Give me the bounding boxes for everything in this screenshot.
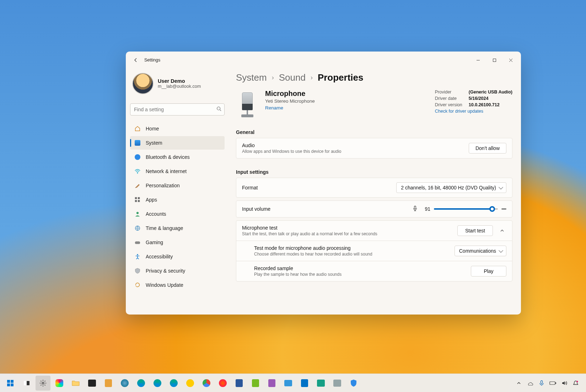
start-test-button[interactable]: Start test	[457, 225, 493, 236]
microphone-small-icon	[412, 205, 418, 213]
volume-card: Input volume 91	[236, 200, 512, 218]
crumb-properties: Properties	[318, 72, 364, 83]
svg-rect-7	[135, 200, 137, 202]
nav-system[interactable]: System	[130, 136, 225, 150]
system-icon	[134, 140, 141, 146]
collapse-chevron[interactable]	[498, 226, 506, 235]
crumb-sound[interactable]: Sound	[279, 72, 306, 83]
nav-accessibility[interactable]: Accessibility	[130, 250, 225, 263]
search-input[interactable]	[134, 107, 216, 112]
nav-gaming[interactable]: Gaming	[130, 236, 225, 249]
nav-privacy[interactable]: Privacy & security	[130, 264, 225, 278]
mic-test-label: Microphone test	[242, 225, 452, 231]
format-select[interactable]: 2 channels, 16 bit, 48000 Hz (DVD Qualit…	[396, 182, 506, 193]
profile-block[interactable]: User Demo m__lab@outlook.com	[130, 71, 225, 98]
outlook-icon[interactable]	[297, 376, 312, 391]
main-pane: System › Sound › Properties Microphone Y…	[229, 69, 521, 315]
format-card: Format 2 channels, 16 bit, 48000 Hz (DVD…	[236, 178, 512, 198]
test-mode-value: Communications	[459, 248, 496, 254]
battery-icon[interactable]	[548, 377, 558, 389]
home-icon	[134, 125, 141, 132]
nav-label: Time & language	[146, 225, 183, 231]
app-icon-6[interactable]	[313, 376, 328, 391]
svg-rect-19	[24, 381, 27, 385]
titlebar: Settings	[126, 52, 521, 69]
tray-chevron-icon[interactable]	[514, 377, 523, 389]
app-icon-5[interactable]	[281, 376, 296, 391]
terminal-icon[interactable]	[85, 376, 100, 391]
app-icon-3[interactable]	[248, 376, 263, 391]
app-icon-4[interactable]	[264, 376, 279, 391]
svg-point-4	[137, 173, 138, 174]
section-general: General	[236, 129, 512, 135]
nav-network[interactable]: Network & internet	[130, 165, 225, 178]
nav-accounts[interactable]: Accounts	[130, 207, 225, 221]
nav-label: Accessibility	[146, 254, 173, 259]
settings-window: Settings User Demo m__lab@outlook.com	[126, 52, 521, 315]
nav-update[interactable]: Windows Update	[130, 278, 225, 292]
chevron-right-icon: ›	[311, 74, 313, 81]
volume-label: Input volume	[242, 206, 407, 212]
device-title: Microphone	[265, 90, 429, 98]
app-icon-1[interactable]	[101, 376, 116, 391]
taskview-icon[interactable]	[19, 376, 34, 391]
test-mode-select[interactable]: Communications	[455, 246, 506, 256]
close-button[interactable]	[502, 54, 519, 66]
edge-dev-icon[interactable]	[166, 376, 181, 391]
app-icon-2[interactable]	[117, 376, 132, 391]
person-icon	[134, 211, 141, 217]
dont-allow-button[interactable]: Don't allow	[469, 143, 506, 154]
explorer-icon[interactable]	[68, 376, 83, 391]
rename-link[interactable]: Rename	[265, 105, 283, 111]
edge-canary-icon[interactable]	[134, 376, 149, 391]
chrome-canary-icon[interactable]	[183, 376, 198, 391]
maximize-button[interactable]	[486, 54, 502, 66]
minimize-button[interactable]	[470, 54, 486, 66]
defender-icon[interactable]	[346, 376, 361, 391]
nav-apps[interactable]: Apps	[130, 193, 225, 206]
start-button[interactable]	[3, 376, 18, 391]
taskbar	[0, 374, 586, 392]
volume-value: 91	[422, 206, 430, 212]
mic-test-desc: Start the test, then talk or play audio …	[242, 231, 452, 236]
edge-beta-icon[interactable]	[150, 376, 165, 391]
search-icon	[216, 106, 221, 113]
back-button[interactable]	[129, 54, 142, 66]
svg-rect-11	[135, 241, 140, 244]
svg-point-9	[136, 212, 139, 214]
nav-personalization[interactable]: Personalization	[130, 179, 225, 192]
volume-slider[interactable]	[434, 208, 498, 210]
test-mode-desc: Choose different modes to hear how recor…	[254, 252, 450, 257]
nav-time[interactable]: Time & language	[130, 221, 225, 235]
search-box[interactable]	[130, 103, 225, 116]
brush-icon	[134, 182, 141, 189]
nav-bluetooth[interactable]: Bluetooth & devices	[130, 150, 225, 164]
svg-point-24	[577, 381, 578, 382]
svg-rect-16	[7, 383, 10, 386]
firefox-icon[interactable]	[215, 376, 230, 391]
svg-point-20	[42, 382, 44, 384]
copilot-icon[interactable]	[52, 376, 67, 391]
word-icon[interactable]	[232, 376, 247, 391]
shield-icon	[134, 268, 141, 274]
chrome-icon[interactable]	[199, 376, 214, 391]
volume-tray-icon[interactable]	[560, 377, 569, 389]
bluetooth-icon	[134, 154, 141, 160]
play-button[interactable]: Play	[471, 266, 506, 276]
slider-max-mark	[501, 208, 506, 210]
microphone-tray-icon[interactable]	[537, 377, 546, 389]
app-icon-7[interactable]	[330, 376, 345, 391]
svg-line-3	[220, 110, 221, 111]
driver-date-label: Driver date	[435, 96, 462, 101]
svg-rect-13	[414, 206, 416, 209]
nav-label: Gaming	[146, 240, 163, 245]
nav-home[interactable]: Home	[130, 122, 225, 135]
driver-update-link[interactable]: Check for driver updates	[435, 109, 512, 114]
onedrive-icon[interactable]	[526, 377, 535, 389]
crumb-system[interactable]: System	[236, 72, 267, 83]
nav-label: Personalization	[146, 183, 180, 188]
settings-taskbar-icon[interactable]	[36, 376, 50, 391]
driver-date-value: 5/16/2024	[469, 96, 512, 101]
notification-icon[interactable]	[571, 377, 580, 389]
nav-label: Home	[146, 126, 159, 131]
